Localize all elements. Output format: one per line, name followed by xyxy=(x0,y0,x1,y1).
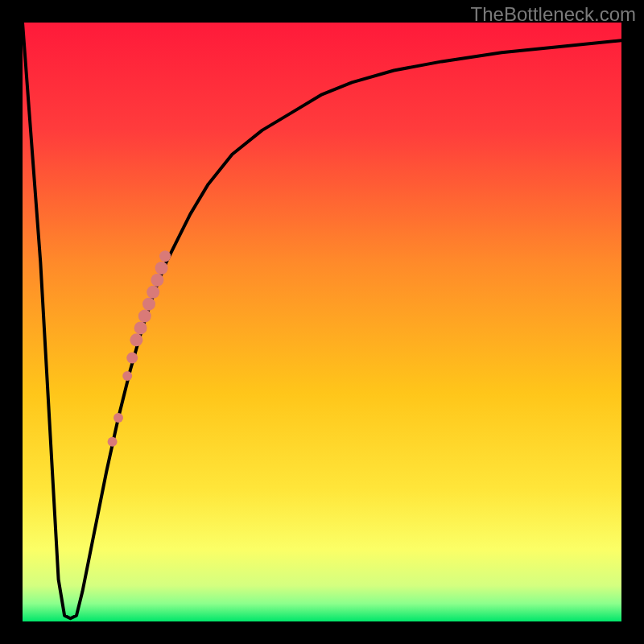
data-marker xyxy=(138,310,151,323)
data-marker xyxy=(126,353,138,364)
data-marker xyxy=(147,286,159,299)
data-marker xyxy=(155,262,168,275)
plot-area xyxy=(23,23,621,621)
data-marker xyxy=(108,437,118,447)
data-marker xyxy=(142,298,155,311)
gradient-background xyxy=(23,23,621,621)
data-marker xyxy=(159,250,171,262)
plot-svg xyxy=(23,23,621,621)
data-marker xyxy=(130,333,142,346)
data-marker xyxy=(114,413,123,423)
chart-frame: TheBottleneck.com xyxy=(0,0,644,644)
data-marker xyxy=(134,321,147,334)
data-marker xyxy=(151,274,163,287)
data-marker xyxy=(122,371,132,381)
